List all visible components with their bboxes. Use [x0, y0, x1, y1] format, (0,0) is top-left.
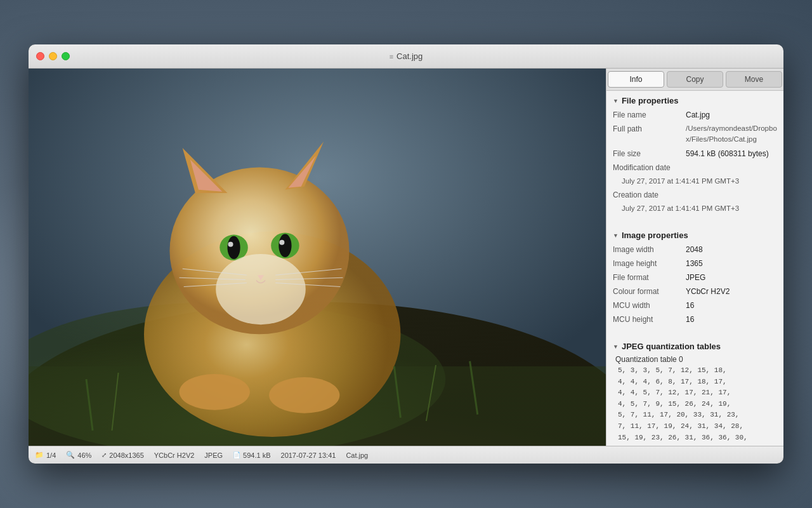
- content-area: Info Copy Move ▼ File properties File na…: [29, 69, 783, 446]
- quant-0-values: 5, 3, 3, 5, 7, 12, 15, 18,4, 4, 4, 6, 8,…: [615, 365, 777, 446]
- svg-point-15: [279, 240, 284, 245]
- status-colour: YCbCr H2V2: [154, 451, 195, 459]
- tab-info[interactable]: Info: [608, 71, 664, 88]
- status-format: JPEG: [204, 451, 223, 459]
- tab-move[interactable]: Move: [726, 71, 782, 88]
- colour-format-row: Colour format YCbCr H2V2: [613, 284, 777, 298]
- status-zoom: 🔍 46%: [66, 451, 91, 459]
- status-date: 2017-07-27 13:41: [281, 451, 336, 459]
- svg-point-12: [227, 236, 240, 259]
- svg-point-17: [216, 254, 306, 324]
- image-width-row: Image width 2048: [613, 243, 777, 257]
- folder-icon: 📁: [35, 451, 44, 459]
- main-window: ≡ Cat.jpg: [29, 44, 783, 464]
- mod-date-value-row: July 27, 2017 at 1:41:41 PM GMT+3: [613, 175, 777, 188]
- status-filename: Cat.jpg: [346, 451, 368, 459]
- file-format-row: File format JPEG: [613, 271, 777, 284]
- sidebar-toolbar: Info Copy Move: [606, 69, 783, 91]
- cat-image: [29, 69, 606, 446]
- minimize-button[interactable]: [49, 52, 57, 60]
- traffic-lights: [36, 52, 70, 60]
- file-icon: ≡: [390, 53, 393, 60]
- statusbar: 📁 1/4 🔍 46% ⤢ 2048x1365 YCbCr H2V2 JPEG …: [29, 446, 783, 464]
- triangle-icon: ▼: [613, 98, 619, 104]
- zoom-icon: 🔍: [66, 451, 75, 459]
- image-properties-header: ▼ Image properties: [606, 225, 783, 243]
- file-properties-header: ▼ File properties: [606, 91, 783, 108]
- quant-table-0: Quantization table 0 5, 3, 3, 5, 7, 12, …: [606, 354, 783, 446]
- image-height-row: Image height 1365: [613, 257, 777, 271]
- svg-point-29: [180, 374, 250, 410]
- tab-copy[interactable]: Copy: [667, 71, 723, 88]
- image-panel: [29, 69, 606, 446]
- jpeg-tables-section: ▼ JPEG quantization tables Quantization …: [606, 337, 783, 446]
- close-button[interactable]: [36, 52, 44, 60]
- triangle-icon-2: ▼: [613, 232, 619, 239]
- file-name-row: File name Cat.jpg: [613, 108, 777, 122]
- mcu-width-row: MCU width 16: [613, 298, 777, 312]
- svg-point-13: [278, 234, 291, 257]
- image-properties-table: Image width 2048 Image height 1365 File …: [606, 243, 783, 331]
- status-position: 📁 1/4: [35, 451, 56, 459]
- file-size-row: File size 594.1 kB (608311 bytes): [613, 147, 777, 161]
- titlebar: ≡ Cat.jpg: [29, 44, 783, 69]
- create-date-value-row: July 27, 2017 at 1:41:41 PM GMT+3: [613, 202, 777, 215]
- image-properties-section: ▼ Image properties Image width 2048 Imag…: [606, 225, 783, 331]
- window-title: ≡ Cat.jpg: [390, 51, 423, 61]
- file-icon-status: 📄: [233, 451, 240, 458]
- triangle-icon-3: ▼: [613, 344, 619, 350]
- status-filesize: 📄 594.1 kB: [233, 451, 270, 459]
- file-properties-table: File name Cat.jpg Full path /Users/raymo…: [606, 108, 783, 220]
- mcu-height-row: MCU height 16: [613, 312, 777, 326]
- dimensions-icon: ⤢: [102, 451, 107, 458]
- jpeg-tables-header: ▼ JPEG quantization tables: [606, 337, 783, 354]
- maximize-button[interactable]: [62, 52, 70, 60]
- svg-point-30: [269, 377, 339, 413]
- mod-date-row: Modification date: [613, 161, 777, 175]
- status-dimensions: ⤢ 2048x1365: [102, 451, 143, 459]
- create-date-row: Creation date: [613, 188, 777, 202]
- full-path-row: Full path /Users/raymondeast/Dropbox/Fil…: [613, 122, 777, 147]
- file-properties-section: ▼ File properties File name Cat.jpg Full…: [606, 91, 783, 220]
- sidebar: Info Copy Move ▼ File properties File na…: [606, 69, 783, 446]
- svg-point-14: [228, 242, 233, 247]
